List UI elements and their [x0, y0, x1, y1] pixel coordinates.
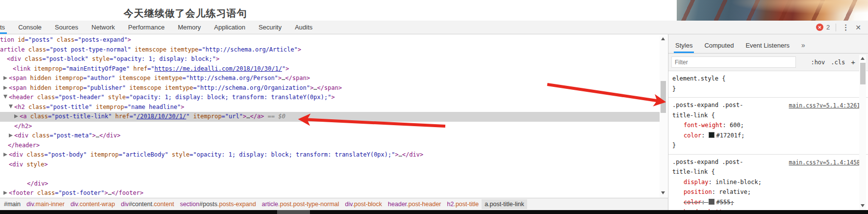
scroll-down-icon[interactable]	[861, 204, 865, 207]
stylesheet-link[interactable]: main.css?v=5.1.4:3261	[789, 101, 860, 111]
tab-network[interactable]: Network	[92, 21, 115, 34]
tab-console[interactable]: Console	[18, 21, 42, 34]
tree-row[interactable]: <div class="post-body" itemprop="article…	[0, 150, 660, 160]
filter-input[interactable]	[671, 56, 796, 68]
breadcrumb-item[interactable]: div.content-wrap	[68, 199, 118, 209]
breadcrumb-item[interactable]: div#content.content	[118, 199, 177, 209]
code-token: </h2>	[14, 123, 32, 130]
tree-row[interactable]: article class="post post-type-normal" it…	[0, 45, 660, 55]
tab-ts[interactable]: ts	[0, 21, 5, 34]
scroll-down-icon[interactable]	[661, 191, 665, 194]
css-property[interactable]: color: #17201f;	[672, 131, 862, 141]
breadcrumb-item[interactable]: h2.post-title	[444, 199, 482, 209]
code-token: ="opacity: 1; display: block; transform:…	[126, 94, 331, 101]
code-token: itemprop	[55, 84, 83, 91]
code-token: >	[181, 104, 184, 110]
error-badge-icon[interactable]: ✕	[816, 24, 823, 31]
breadcrumb-item[interactable]: header.post-header	[385, 199, 444, 209]
breadcrumb-item[interactable]: div.post-block	[342, 199, 385, 209]
breadcrumb-item[interactable]: div.main-inner	[24, 199, 68, 209]
code-token: <span	[9, 84, 30, 91]
tab-styles[interactable]: Styles	[675, 42, 692, 49]
scrollbar-thumb[interactable]	[860, 63, 866, 84]
css-property[interactable]: display: inline-block;	[672, 177, 862, 187]
tree-row[interactable]: <span hidden itemprop="author" itemscope…	[0, 74, 660, 83]
tree-row[interactable]: <header class="post-header" style="opaci…	[0, 93, 660, 103]
tree-row[interactable]	[0, 169, 660, 179]
tab-more-tabs[interactable]: »	[801, 41, 805, 49]
tab-memory[interactable]: Memory	[178, 21, 201, 34]
css-property[interactable]: position: relative;	[672, 187, 862, 197]
code-token: itemprop	[34, 65, 62, 72]
code-token: ="	[148, 65, 154, 72]
expand-icon[interactable]	[3, 191, 7, 195]
tab-sources[interactable]: Sources	[55, 21, 78, 34]
code-token: class	[30, 113, 48, 120]
expand-icon[interactable]	[3, 86, 7, 90]
tree-row[interactable]: </div>	[0, 179, 660, 189]
code-token: ="author"	[83, 75, 119, 81]
collapse-icon[interactable]	[9, 105, 13, 108]
elements-scrollbar[interactable]	[660, 35, 667, 198]
code-token: ="mainEntityOfPage"	[62, 65, 133, 72]
tree-row[interactable]: tion id="posts" class="posts-expand">	[0, 35, 660, 45]
code-token: <div	[9, 151, 26, 158]
close-icon[interactable]: ✕	[855, 24, 861, 31]
stylesheet-link[interactable]: main.css?v=5.1.4:1458	[789, 158, 860, 168]
code-token: ="publisher"	[83, 84, 129, 91]
kebab-menu-icon[interactable]: ⋮	[842, 23, 849, 32]
tree-row[interactable]: </h2>	[0, 122, 660, 132]
code-token: itemprop	[55, 75, 83, 81]
css-selector[interactable]: title-link {	[672, 167, 862, 177]
tree-row[interactable]: <h2 class="post-title" itemprop="name he…	[0, 103, 660, 112]
breadcrumb-item[interactable]: #main	[1, 199, 24, 209]
tab-computed[interactable]: Computed	[704, 42, 734, 49]
scroll-up-icon[interactable]	[861, 57, 865, 60]
expand-icon[interactable]	[9, 134, 13, 137]
breadcrumb-item[interactable]: a.post-title-link	[482, 199, 527, 209]
tab-performance[interactable]: Performance	[128, 21, 164, 34]
code-token: ="url"	[222, 113, 243, 120]
expand-icon[interactable]	[3, 153, 7, 157]
toggle-cls[interactable]: .cls	[831, 59, 845, 66]
code-token: id	[18, 36, 25, 43]
css-rule: main.css?v=5.1.4:3261.posts-expand .post…	[668, 98, 868, 155]
css-property[interactable]: color: #555;	[672, 197, 862, 208]
tree-row[interactable]: <span hidden itemprop="publisher" itemsc…	[0, 83, 660, 93]
page-title: 今天继续做了会儿练习语句	[124, 7, 247, 20]
tree-row[interactable]: <div style>	[0, 160, 660, 170]
color-swatch[interactable]	[709, 199, 715, 205]
code-token: ="post-body"	[44, 151, 90, 158]
sidebar-tabs: StylesComputedEvent Listeners»	[668, 34, 868, 54]
tree-row[interactable]: <div class="post-meta">…</div>	[0, 131, 660, 141]
tree-row[interactable]: <footer class="post-footer">…</footer>	[0, 188, 660, 198]
code-token: itemscope	[135, 46, 170, 53]
taskbar-segment	[277, 210, 310, 214]
css-property[interactable]: font-weight: 600;	[672, 120, 862, 131]
breadcrumb-item[interactable]: section#posts.posts-expand	[177, 199, 259, 209]
expand-icon[interactable]	[3, 76, 7, 80]
styles-scrollbar[interactable]	[859, 55, 866, 210]
tab-application[interactable]: Application	[214, 21, 246, 34]
code-token: article	[0, 46, 28, 53]
tab-security[interactable]: Security	[258, 21, 281, 34]
color-swatch[interactable]	[709, 132, 715, 138]
toggle-hov[interactable]: :hov	[811, 59, 825, 66]
tree-row[interactable]: </header>	[0, 141, 660, 151]
scroll-up-icon[interactable]	[661, 37, 665, 40]
toggle-add[interactable]: +	[851, 58, 855, 66]
code-token: ="http://schema.org/Article"	[199, 46, 298, 53]
tree-row[interactable]: <link itemprop="mainEntityOfPage" href="…	[0, 64, 660, 74]
breadcrumb-item[interactable]: article.post.post-type-normal	[259, 199, 342, 209]
collapse-icon[interactable]	[3, 95, 7, 99]
tab-eventlisteners[interactable]: Event Listeners	[745, 42, 790, 49]
css-selector[interactable]: title-link {	[672, 110, 862, 121]
tab-audits[interactable]: Audits	[295, 21, 312, 34]
code-token: <header	[9, 94, 37, 101]
tree-row[interactable]: <div class="post-block" style="opacity: …	[0, 54, 660, 64]
code-token: class	[28, 104, 46, 110]
tree-row[interactable]: <a class="post-title-link" href="/2018/1…	[0, 112, 660, 122]
scrollbar-thumb[interactable]	[661, 81, 666, 113]
expand-icon[interactable]	[14, 114, 18, 118]
css-selector[interactable]: element.style {	[672, 74, 862, 84]
